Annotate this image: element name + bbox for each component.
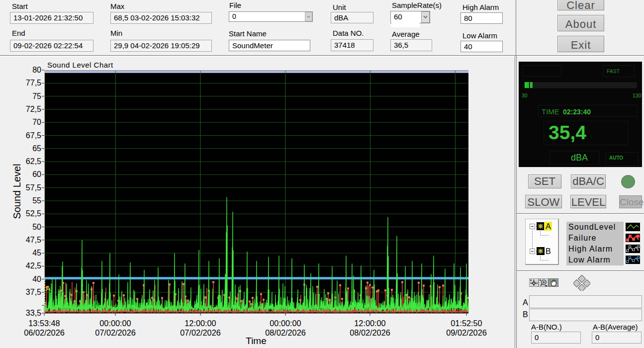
svg-text:Sound Level Chart: Sound Level Chart xyxy=(47,61,113,69)
svg-text:07/02/2026: 07/02/2026 xyxy=(95,328,136,337)
svg-text:A: A xyxy=(46,284,51,292)
svg-text:45: 45 xyxy=(32,249,41,257)
svg-text:72,5: 72,5 xyxy=(26,105,41,113)
svg-text:57,5: 57,5 xyxy=(26,183,41,192)
svg-text:37,5: 37,5 xyxy=(26,288,41,296)
svg-text:06/02/2026: 06/02/2026 xyxy=(24,328,65,337)
svg-text:00:00:00: 00:00:00 xyxy=(99,319,131,328)
svg-text:62,5: 62,5 xyxy=(26,157,41,166)
svg-text:33,5: 33,5 xyxy=(26,309,41,317)
svg-text:00:00:00: 00:00:00 xyxy=(270,319,301,328)
svg-text:08/02/2026: 08/02/2026 xyxy=(265,328,306,337)
svg-text:70: 70 xyxy=(32,118,41,126)
svg-text:Sound Level: Sound Level xyxy=(11,164,22,219)
svg-text:60: 60 xyxy=(32,170,41,178)
svg-text:01:52:50: 01:52:50 xyxy=(451,319,482,328)
svg-text:52,5: 52,5 xyxy=(26,209,41,218)
svg-text:09/02/2026: 09/02/2026 xyxy=(446,328,487,337)
svg-text:55: 55 xyxy=(32,196,41,205)
svg-text:07/02/2026: 07/02/2026 xyxy=(180,328,221,337)
svg-text:08/02/2026: 08/02/2026 xyxy=(350,328,390,337)
svg-text:13:53:48: 13:53:48 xyxy=(28,319,60,328)
svg-text:12:00:00: 12:00:00 xyxy=(184,319,216,328)
svg-text:42,5: 42,5 xyxy=(26,261,41,270)
svg-text:40: 40 xyxy=(32,275,41,283)
svg-text:47,5: 47,5 xyxy=(26,236,41,244)
svg-text:75: 75 xyxy=(32,92,41,100)
svg-text:12:00:00: 12:00:00 xyxy=(354,319,385,328)
svg-text:65: 65 xyxy=(32,144,41,153)
svg-text:80: 80 xyxy=(32,66,41,74)
svg-text:67,5: 67,5 xyxy=(26,131,41,140)
svg-text:50: 50 xyxy=(32,223,41,231)
svg-text:77,5: 77,5 xyxy=(26,79,41,87)
svg-text:Time: Time xyxy=(246,336,267,346)
